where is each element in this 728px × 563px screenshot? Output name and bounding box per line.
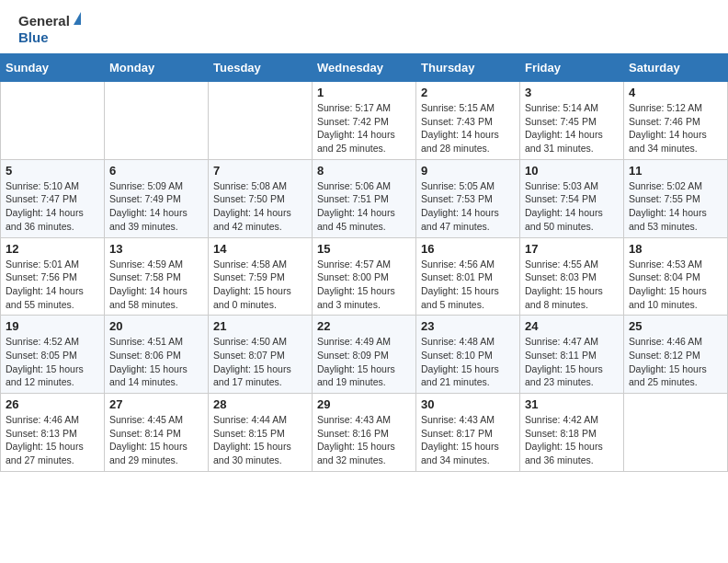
day-number: 5 xyxy=(6,164,99,178)
calendar-cell: 28Sunrise: 4:44 AMSunset: 8:15 PMDayligh… xyxy=(209,394,313,472)
calendar-cell: 7Sunrise: 5:08 AMSunset: 7:50 PMDaylight… xyxy=(209,159,313,237)
day-info: Sunrise: 4:55 AMSunset: 8:03 PMDaylight:… xyxy=(525,258,619,312)
day-number: 16 xyxy=(421,242,515,256)
calendar-cell: 8Sunrise: 5:06 AMSunset: 7:51 PMDaylight… xyxy=(313,159,416,237)
calendar-cell: 29Sunrise: 4:43 AMSunset: 8:16 PMDayligh… xyxy=(313,394,416,472)
day-number: 31 xyxy=(525,397,619,411)
page-header: General Blue xyxy=(0,0,728,53)
day-number: 9 xyxy=(421,164,515,178)
day-info: Sunrise: 4:58 AMSunset: 7:59 PMDaylight:… xyxy=(213,258,307,312)
day-number: 19 xyxy=(6,319,99,333)
calendar-week-row: 26Sunrise: 4:46 AMSunset: 8:13 PMDayligh… xyxy=(1,394,728,472)
day-info: Sunrise: 4:49 AMSunset: 8:09 PMDaylight:… xyxy=(317,335,411,389)
calendar-cell: 9Sunrise: 5:05 AMSunset: 7:53 PMDaylight… xyxy=(416,159,520,237)
day-number: 10 xyxy=(525,164,619,178)
calendar-cell: 26Sunrise: 4:46 AMSunset: 8:13 PMDayligh… xyxy=(1,394,105,472)
day-number: 1 xyxy=(317,86,411,99)
day-number: 28 xyxy=(213,397,307,411)
day-number: 2 xyxy=(421,86,515,99)
day-number: 24 xyxy=(525,319,619,333)
calendar-cell: 20Sunrise: 4:51 AMSunset: 8:06 PMDayligh… xyxy=(105,316,209,394)
logo-wordmark: General Blue xyxy=(18,13,81,46)
calendar-cell: 25Sunrise: 4:46 AMSunset: 8:12 PMDayligh… xyxy=(624,316,728,394)
day-info: Sunrise: 5:01 AMSunset: 7:56 PMDaylight:… xyxy=(6,258,99,312)
calendar-cell: 19Sunrise: 4:52 AMSunset: 8:05 PMDayligh… xyxy=(1,316,105,394)
calendar-cell: 11Sunrise: 5:02 AMSunset: 7:55 PMDayligh… xyxy=(624,159,728,237)
logo-flag-icon xyxy=(74,12,81,25)
weekday-header-sunday: Sunday xyxy=(1,54,105,82)
day-info: Sunrise: 5:03 AMSunset: 7:54 PMDaylight:… xyxy=(525,179,619,234)
calendar-cell: 6Sunrise: 5:09 AMSunset: 7:49 PMDaylight… xyxy=(105,159,209,237)
day-info: Sunrise: 5:17 AMSunset: 7:42 PMDaylight:… xyxy=(317,101,411,155)
day-info: Sunrise: 5:10 AMSunset: 7:47 PMDaylight:… xyxy=(6,179,99,234)
day-number: 20 xyxy=(109,319,203,333)
weekday-header-friday: Friday xyxy=(520,54,624,82)
day-number: 11 xyxy=(629,164,722,178)
calendar-cell xyxy=(105,82,209,160)
day-number: 25 xyxy=(629,319,722,333)
day-info: Sunrise: 5:08 AMSunset: 7:50 PMDaylight:… xyxy=(213,179,307,234)
calendar-cell: 27Sunrise: 4:45 AMSunset: 8:14 PMDayligh… xyxy=(105,394,209,472)
day-number: 18 xyxy=(629,242,722,256)
day-info: Sunrise: 4:56 AMSunset: 8:01 PMDaylight:… xyxy=(421,258,515,312)
calendar-cell: 14Sunrise: 4:58 AMSunset: 7:59 PMDayligh… xyxy=(209,237,313,316)
day-number: 26 xyxy=(6,397,99,411)
day-number: 8 xyxy=(317,164,411,178)
calendar-cell xyxy=(624,394,728,472)
day-info: Sunrise: 4:57 AMSunset: 8:00 PMDaylight:… xyxy=(317,258,411,312)
calendar-cell: 10Sunrise: 5:03 AMSunset: 7:54 PMDayligh… xyxy=(520,159,624,237)
calendar-cell: 30Sunrise: 4:43 AMSunset: 8:17 PMDayligh… xyxy=(416,394,520,472)
weekday-header-tuesday: Tuesday xyxy=(209,54,313,82)
day-info: Sunrise: 5:06 AMSunset: 7:51 PMDaylight:… xyxy=(317,179,411,234)
day-number: 17 xyxy=(525,242,619,256)
day-number: 3 xyxy=(525,86,619,99)
day-number: 22 xyxy=(317,319,411,333)
day-info: Sunrise: 4:59 AMSunset: 7:58 PMDaylight:… xyxy=(109,258,203,312)
calendar-cell: 3Sunrise: 5:14 AMSunset: 7:45 PMDaylight… xyxy=(520,82,624,160)
day-number: 4 xyxy=(629,86,722,99)
day-info: Sunrise: 5:12 AMSunset: 7:46 PMDaylight:… xyxy=(629,101,722,155)
calendar-cell: 31Sunrise: 4:42 AMSunset: 8:18 PMDayligh… xyxy=(520,394,624,472)
calendar-cell: 2Sunrise: 5:15 AMSunset: 7:43 PMDaylight… xyxy=(416,82,520,160)
day-info: Sunrise: 5:05 AMSunset: 7:53 PMDaylight:… xyxy=(421,179,515,234)
day-info: Sunrise: 4:53 AMSunset: 8:04 PMDaylight:… xyxy=(629,258,722,312)
calendar-cell: 23Sunrise: 4:48 AMSunset: 8:10 PMDayligh… xyxy=(416,316,520,394)
calendar-cell: 13Sunrise: 4:59 AMSunset: 7:58 PMDayligh… xyxy=(105,237,209,316)
calendar-table: SundayMondayTuesdayWednesdayThursdayFrid… xyxy=(0,53,728,472)
calendar-week-row: 12Sunrise: 5:01 AMSunset: 7:56 PMDayligh… xyxy=(1,237,728,316)
day-number: 12 xyxy=(6,242,99,256)
weekday-header-wednesday: Wednesday xyxy=(313,54,416,82)
day-info: Sunrise: 4:47 AMSunset: 8:11 PMDaylight:… xyxy=(525,335,619,389)
weekday-header-saturday: Saturday xyxy=(624,54,728,82)
calendar-cell: 5Sunrise: 5:10 AMSunset: 7:47 PMDaylight… xyxy=(1,159,105,237)
weekday-header-row: SundayMondayTuesdayWednesdayThursdayFrid… xyxy=(1,54,728,82)
logo-general: General xyxy=(18,13,70,29)
calendar-cell: 21Sunrise: 4:50 AMSunset: 8:07 PMDayligh… xyxy=(209,316,313,394)
calendar-cell: 22Sunrise: 4:49 AMSunset: 8:09 PMDayligh… xyxy=(313,316,416,394)
calendar-cell xyxy=(1,82,105,160)
calendar-week-row: 1Sunrise: 5:17 AMSunset: 7:42 PMDaylight… xyxy=(1,82,728,160)
calendar-cell: 24Sunrise: 4:47 AMSunset: 8:11 PMDayligh… xyxy=(520,316,624,394)
calendar-week-row: 19Sunrise: 4:52 AMSunset: 8:05 PMDayligh… xyxy=(1,316,728,394)
day-number: 30 xyxy=(421,397,515,411)
day-info: Sunrise: 4:50 AMSunset: 8:07 PMDaylight:… xyxy=(213,335,307,389)
calendar-cell: 16Sunrise: 4:56 AMSunset: 8:01 PMDayligh… xyxy=(416,237,520,316)
day-number: 29 xyxy=(317,397,411,411)
day-info: Sunrise: 5:15 AMSunset: 7:43 PMDaylight:… xyxy=(421,101,515,155)
calendar-cell: 18Sunrise: 4:53 AMSunset: 8:04 PMDayligh… xyxy=(624,237,728,316)
day-info: Sunrise: 4:43 AMSunset: 8:17 PMDaylight:… xyxy=(421,413,515,467)
day-info: Sunrise: 4:51 AMSunset: 8:06 PMDaylight:… xyxy=(109,335,203,389)
calendar-cell xyxy=(209,82,313,160)
calendar-cell: 4Sunrise: 5:12 AMSunset: 7:46 PMDaylight… xyxy=(624,82,728,160)
day-info: Sunrise: 5:02 AMSunset: 7:55 PMDaylight:… xyxy=(629,179,722,234)
day-info: Sunrise: 4:46 AMSunset: 8:12 PMDaylight:… xyxy=(629,335,722,389)
day-number: 6 xyxy=(109,164,203,178)
calendar-cell: 1Sunrise: 5:17 AMSunset: 7:42 PMDaylight… xyxy=(313,82,416,160)
calendar-cell: 17Sunrise: 4:55 AMSunset: 8:03 PMDayligh… xyxy=(520,237,624,316)
day-info: Sunrise: 4:43 AMSunset: 8:16 PMDaylight:… xyxy=(317,413,411,467)
day-info: Sunrise: 4:52 AMSunset: 8:05 PMDaylight:… xyxy=(6,335,99,389)
day-info: Sunrise: 5:09 AMSunset: 7:49 PMDaylight:… xyxy=(109,179,203,234)
day-info: Sunrise: 4:42 AMSunset: 8:18 PMDaylight:… xyxy=(525,413,619,467)
calendar-cell: 15Sunrise: 4:57 AMSunset: 8:00 PMDayligh… xyxy=(313,237,416,316)
day-number: 23 xyxy=(421,319,515,333)
